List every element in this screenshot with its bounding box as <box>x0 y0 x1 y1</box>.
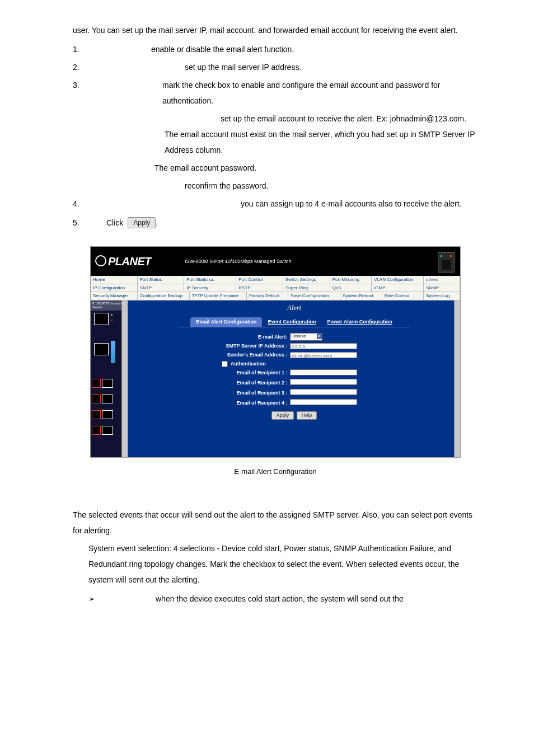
apply-button-inline: Apply <box>128 217 156 229</box>
sender-email-input[interactable]: admin@korenix.com <box>290 352 357 358</box>
label-smtp-ip: SMTP Server IP Address : <box>198 343 290 349</box>
bullet-text-1: when the device executes cold start acti… <box>156 591 478 607</box>
model-label: ISW-800M 8-Port 10/100Mbps Managed Switc… <box>185 259 291 265</box>
side-scrollbar[interactable] <box>121 300 128 457</box>
menu-item[interactable]: others <box>424 276 460 284</box>
brand-logo: PLANET <box>95 255 151 268</box>
menu-item[interactable]: IGMP <box>372 284 424 292</box>
help-button[interactable]: Help <box>297 411 317 420</box>
menu-item[interactable]: Port Mirroring <box>330 276 372 284</box>
label-sender-email: Sender's Email Address : <box>198 352 290 358</box>
menu-item[interactable]: IP Configuration <box>91 284 138 292</box>
auth-checkbox[interactable] <box>222 361 228 367</box>
step-num-1: 1. <box>73 41 106 57</box>
label-recipient-4: Email of Recipient 4 : <box>198 400 290 406</box>
step-num-2: 2. <box>73 59 106 75</box>
apply-button[interactable]: Apply <box>271 411 294 420</box>
tab-event-config[interactable]: Event Configuration <box>262 317 321 327</box>
step-text-1: enable or disable the email alert functi… <box>106 41 478 57</box>
menu-item[interactable]: Switch Settings <box>283 276 330 284</box>
step-num-3: 3. <box>73 77 106 109</box>
label-recipient-3: Email of Recipient 3 : <box>198 390 290 396</box>
menu-item[interactable]: SNTP <box>138 284 185 292</box>
period: . <box>156 215 158 231</box>
step-num-4: 4. <box>73 196 106 212</box>
bottom-p1: The selected events that occur will send… <box>73 507 478 538</box>
label-authentication: Authentication <box>231 361 266 367</box>
menu-item[interactable]: Configuration Backup <box>138 292 190 300</box>
main-scrollbar[interactable] <box>454 300 460 457</box>
logo-circle-icon <box>95 255 106 266</box>
bullet-arrow-icon: ➢ <box>88 591 156 607</box>
step-num-5: 5. <box>73 215 106 231</box>
menu-item[interactable]: Home <box>91 276 138 284</box>
menu-item[interactable]: RSTP <box>236 284 283 292</box>
menu-item[interactable]: Port Control <box>236 276 283 284</box>
recipient-1-input[interactable] <box>290 369 357 375</box>
menu-item[interactable]: Security Manager <box>91 292 138 300</box>
label-recipient-2: Email of Recipient 2 : <box>198 380 290 386</box>
step-text-3c: reconfirm the password. <box>185 178 478 194</box>
smtp-ip-input[interactable]: 0.0.0.0 <box>290 343 357 349</box>
menu-item[interactable]: SNMP <box>424 284 460 292</box>
tab-power-alarm[interactable]: Power Alarm Configuration <box>321 317 397 327</box>
tab-email-alert[interactable]: Email Alert Configuration <box>190 317 262 327</box>
menu-item[interactable]: Factory Default <box>247 292 288 300</box>
menu-item[interactable]: System Reboot <box>340 292 382 300</box>
device-side-panel: 8 10/100TX Industrial Switch <box>91 300 128 457</box>
intro-text: user. You can set up the mail server IP,… <box>73 22 478 38</box>
email-alert-select[interactable]: Disable▾ <box>290 333 322 341</box>
step-text-3a: set up the email account to receive the … <box>127 111 478 158</box>
menu-item[interactable]: QoS <box>330 284 372 292</box>
step-text-5a: Click <box>106 215 123 231</box>
menu-item[interactable]: IP Security <box>184 284 236 292</box>
screenshot-container: PLANET ISW-800M 8-Port 10/100Mbps Manage… <box>90 246 461 458</box>
step-text-3b: The email account password. <box>154 160 478 176</box>
menu-item[interactable]: Port Status <box>138 276 185 284</box>
step-text-4: you can assign up to 4 e-mail accounts a… <box>106 196 478 212</box>
menu-item[interactable]: Save Configuration <box>288 292 340 300</box>
label-email-alert: E-mail Alert: <box>198 334 290 340</box>
bottom-p2: System event selection: 4 selections - D… <box>88 541 478 588</box>
chevron-down-icon: ▾ <box>317 334 322 339</box>
device-icon <box>438 252 455 273</box>
recipient-4-input[interactable] <box>290 399 357 405</box>
step-text-2: set up the mail server IP address. <box>106 59 478 75</box>
menu-item[interactable]: VLAN Configuration <box>372 276 424 284</box>
menu-item[interactable]: TFTP Update Firmware <box>190 292 247 300</box>
menu-item[interactable]: Rate Control <box>382 292 424 300</box>
menu-item[interactable]: Super Ring <box>283 284 330 292</box>
top-menu: HomePort StatusPort StatisticsPort Contr… <box>91 276 460 300</box>
recipient-2-input[interactable] <box>290 379 357 385</box>
step-text-3: mark the check box to enable and configu… <box>106 77 478 109</box>
recipient-3-input[interactable] <box>290 389 357 395</box>
menu-item[interactable]: Port Statistics <box>184 276 236 284</box>
label-recipient-1: Email of Recipient 1 : <box>198 370 290 376</box>
alert-title: Alert <box>128 304 460 312</box>
figure-caption: E-mail Alert Configuration <box>73 464 478 479</box>
menu-item[interactable]: System Log <box>424 292 460 300</box>
